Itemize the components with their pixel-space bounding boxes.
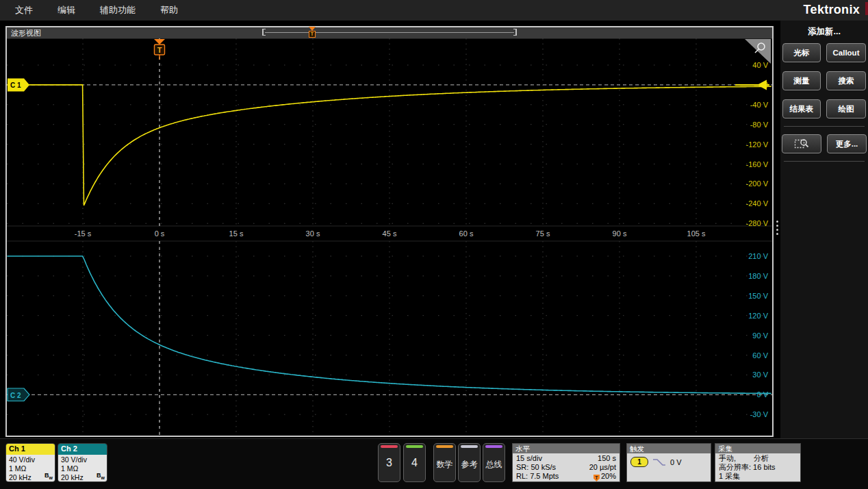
ch2-axis-label: 0 V (756, 390, 768, 399)
add-3-button[interactable]: 测量 (782, 71, 821, 90)
ch1-flag-label: C 1 (10, 82, 21, 89)
scope-graticule[interactable]: 40 V0-40 V-80 V-120 V-160 V-200 V-240 V-… (7, 38, 772, 436)
add-2-button[interactable]: Callout (826, 43, 866, 62)
panel-splitter-handle[interactable] (776, 221, 778, 235)
ch1-axis-label: -120 V (746, 140, 769, 149)
trigger-flag-triangle-icon[interactable] (154, 39, 165, 45)
ch1-axis-label: -160 V (746, 160, 769, 168)
channel-color-stripe (436, 445, 453, 448)
ch1-axis-label: 40 V (752, 61, 768, 69)
channel-button-参考[interactable]: 参考 (458, 443, 481, 482)
acquisition-mode: 手动, (719, 454, 736, 463)
ch1-axis-label: -200 V (746, 179, 769, 188)
bottom-bar: Ch 1 40 V/div 1 MΩ 20 kHz Bw Ch 2 30 V/d… (0, 438, 868, 489)
channel-1-name: Ch 1 (6, 444, 55, 455)
channel-color-stripe (406, 445, 423, 448)
acquisition-title: 采集 (715, 444, 800, 453)
horizontal-pan-minimap[interactable]: T (262, 29, 517, 36)
minimap-trigger-marker[interactable]: T (309, 27, 316, 38)
minimap-trigger-t-icon: T (309, 31, 316, 38)
menu-item-1[interactable]: 文件 (15, 4, 33, 16)
horizontal-panel[interactable]: 水平 15 s/div 150 s SR: 50 kS/s 20 µs/pt R… (512, 443, 620, 482)
ch2-axis-label: 150 V (748, 292, 768, 300)
trigger-flag-t-icon: T (157, 46, 162, 54)
time-axis-label: 105 s (687, 229, 706, 238)
corner-zoom-control[interactable] (745, 39, 771, 64)
waveform-c2 (8, 256, 771, 394)
time-axis-label: 30 s (306, 229, 320, 238)
add-4-button[interactable]: 搜索 (826, 71, 866, 90)
trigger-level: 0 V (670, 458, 682, 466)
horizontal-window: 150 s (598, 454, 616, 463)
acquisition-detail: 高分辨率: 16 bits (719, 463, 797, 472)
horizontal-title: 水平 (513, 444, 620, 453)
channel-1-settings: 40 V/div 1 MΩ 20 kHz Bw (6, 455, 55, 482)
menu-bar: 文件编辑辅助功能帮助 Tektronix (0, 0, 868, 21)
ch2-axis-label: 90 V (752, 331, 768, 340)
channel-1-scale: 40 V/div (9, 455, 52, 464)
add-1-button[interactable]: 光标 (782, 43, 821, 62)
ch1-axis-label: -240 V (746, 199, 769, 208)
channel-button-label: 参考 (459, 459, 480, 471)
channel-2-badge[interactable]: Ch 2 30 V/div 1 MΩ 20 kHz Bw (58, 443, 107, 482)
ch1-axis-label: -80 V (750, 121, 769, 129)
channel-button-数学[interactable]: 数学 (433, 443, 456, 482)
acquisition-panel[interactable]: 采集 手动, 分析 高分辨率: 16 bits 1 采集 (715, 443, 801, 482)
channel-button-总线[interactable]: 总线 (483, 443, 505, 482)
waveform-view-title: 波形视图 (11, 28, 41, 38)
ch2-axis-label: 30 V (752, 371, 768, 379)
time-axis-label: 0 s (155, 229, 165, 238)
zoom-select-icon (794, 138, 809, 150)
acquisition-count: 1 采集 (719, 472, 797, 481)
add-new-title: 添加新... (780, 26, 868, 38)
channel-button-label: 3 (379, 457, 400, 469)
channel-button-label: 总线 (483, 459, 505, 471)
time-axis-label: 15 s (229, 229, 244, 238)
channel-2-name: Ch 2 (58, 444, 107, 455)
ch2-flag-label: C 2 (10, 392, 21, 399)
horizontal-scale: 15 s/div (516, 454, 542, 463)
trigger-source-badge: 1 (630, 457, 648, 467)
trigger-position-icon: T (593, 475, 600, 481)
sidebar-divider-2 (784, 161, 865, 162)
add-6-button[interactable]: 绘图 (826, 99, 866, 118)
trigger-level-arrow[interactable] (757, 79, 767, 90)
sidebar: 添加新... 光标Callout测量搜索结果表绘图 更多... (780, 21, 868, 438)
channel-2-settings: 30 V/div 1 MΩ 20 kHz Bw (58, 455, 107, 482)
minimap-line (265, 32, 514, 33)
channel-2-scale: 30 V/div (61, 455, 104, 464)
add-new-button-grid: 光标Callout测量搜索结果表绘图 (780, 43, 868, 118)
channel-1-badge[interactable]: Ch 1 40 V/div 1 MΩ 20 kHz Bw (5, 443, 55, 482)
minimap-right-bracket[interactable] (513, 29, 517, 36)
time-axis-label: 60 s (459, 229, 474, 238)
time-axis-label: -15 s (75, 229, 92, 238)
waveform-view-panel: 波形视图 T 40 V0-40 V-80 V-120 V-160 V-200 V… (5, 26, 774, 437)
ch2-axis-label: 120 V (748, 312, 768, 320)
tektronix-logo: Tektronix (804, 3, 860, 17)
menu-items: 文件编辑辅助功能帮助 (15, 0, 178, 21)
channel-color-stripe (461, 445, 478, 448)
ch1-axis-label: -280 V (746, 219, 769, 227)
channel-button-4[interactable]: 4 (403, 443, 426, 482)
acquisition-analyze: 分析 (754, 454, 769, 463)
ch2-axis-label: 60 V (752, 351, 768, 360)
trigger-title: 触发 (627, 444, 711, 453)
ch2-axis-label: 180 V (748, 272, 768, 280)
zoom-select-button[interactable] (782, 134, 821, 153)
ch1-axis-label: -40 V (750, 101, 769, 109)
record-length: RL: 7.5 Mpts (516, 472, 559, 481)
menu-item-4[interactable]: 帮助 (160, 4, 178, 16)
minimap-left-bracket[interactable] (262, 29, 266, 36)
channel-button-label: 数学 (434, 459, 455, 471)
menu-item-2[interactable]: 编辑 (58, 4, 75, 16)
more-button[interactable]: 更多... (827, 134, 867, 153)
trigger-panel[interactable]: 触发 1 0 V (626, 443, 711, 482)
ch2-axis-label: 210 V (748, 252, 768, 260)
menu-item-3[interactable]: 辅助功能 (100, 4, 136, 16)
waveform-view-titlebar: 波形视图 T (7, 27, 772, 39)
sidebar-divider (784, 126, 865, 127)
sample-interval: 20 µs/pt (589, 463, 616, 472)
add-5-button[interactable]: 结果表 (782, 99, 821, 118)
channel-button-3[interactable]: 3 (378, 443, 400, 482)
time-axis-label: 75 s (536, 229, 550, 238)
